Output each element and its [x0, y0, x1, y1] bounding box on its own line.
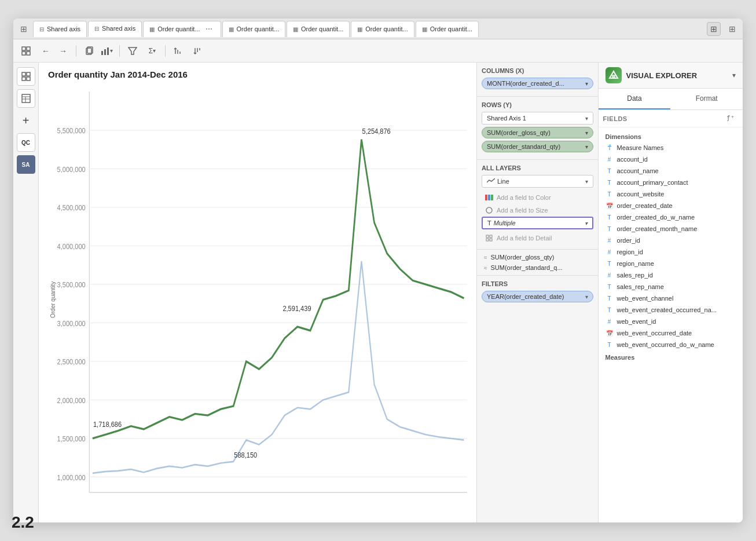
tab-right-icon[interactable]: ⊞ — [724, 21, 740, 37]
field-icon-sales-rep-id: # — [605, 271, 614, 279]
filter-pill-dropdown[interactable]: ▾ — [585, 294, 588, 300]
field-order-id[interactable]: # order_id — [599, 235, 743, 246]
measure-row-gloss[interactable]: ≈ SUM(order_gloss_qty) — [480, 252, 594, 262]
right-panels: Columns (X) MONTH(order_created_d... ▾ R… — [476, 63, 743, 522]
filter-icon[interactable] — [124, 43, 141, 59]
rows-pill-gloss-label: SUM(order_gloss_qty) — [487, 129, 551, 136]
duplicate-icon[interactable] — [81, 43, 97, 59]
ve-title: VISUAL EXPLORER — [626, 71, 728, 80]
field-account-id[interactable]: # account_id — [599, 153, 743, 165]
grid-icon[interactable] — [18, 43, 34, 59]
field-label-web-event-occurred-date: web_event_occurred_date — [617, 330, 692, 337]
field-label-web-event-created: web_event_created_occurred_na... — [617, 306, 717, 313]
ve-header: VISUAL EXPLORER ▾ — [599, 63, 743, 89]
field-sales-rep-name[interactable]: T sales_rep_name — [599, 281, 743, 293]
tab-label-6: Order quantit... — [365, 25, 408, 32]
field-label-order-id: order_id — [617, 237, 640, 244]
tab-table-icon-4: ▦ — [357, 26, 362, 32]
add-color-row[interactable]: Add a field to Color — [482, 191, 593, 204]
fields-toolbar: FIELDS ƒ+ — [599, 110, 743, 127]
tab-order-4[interactable]: ▦ Order quantit... — [351, 21, 414, 37]
tab-order-1[interactable]: ▦ Order quantit... ⋯ — [143, 21, 221, 37]
svg-rect-19 — [27, 77, 30, 81]
forward-button[interactable]: → — [55, 43, 71, 59]
svg-rect-52 — [491, 195, 493, 200]
field-label-sales-rep-name: sales_rep_name — [617, 283, 664, 290]
tab-shared-icon-1: ⊟ — [39, 26, 44, 32]
field-web-event-occurred-dow[interactable]: T web_event_occurred_do_w_name — [599, 339, 743, 350]
field-web-event-created[interactable]: T web_event_created_occurred_na... — [599, 304, 743, 316]
columns-pill[interactable]: MONTH(order_created_d... ▾ — [482, 78, 593, 89]
fx-button[interactable]: ƒ+ — [726, 114, 738, 123]
chart-type-dropdown[interactable]: ▾ — [98, 43, 115, 59]
tab-shared-axis-1[interactable]: ⊟ Shared axis — [33, 21, 87, 37]
add-size-row[interactable]: Add a field to Size — [482, 204, 593, 217]
rows-pill-gloss-dropdown[interactable]: ▾ — [585, 130, 588, 136]
field-icon-order-created-date: 📅 — [605, 202, 614, 210]
shared-axis-dropdown[interactable]: ▾ — [585, 115, 588, 122]
add-detail-row[interactable]: Add a field to Detail — [482, 232, 593, 244]
sidebar-plus-btn[interactable]: + — [17, 111, 35, 130]
add-tab-button[interactable]: ⊞ — [707, 22, 721, 36]
field-web-event-occurred-date[interactable]: 📅 web_event_occurred_date — [599, 327, 743, 339]
marks-type-dropdown[interactable]: Line ▾ — [482, 175, 593, 188]
rows-pill-standard[interactable]: SUM(order_standard_qty) ▾ — [482, 141, 593, 152]
aggregate-dropdown[interactable]: Σ ▾ — [144, 43, 160, 59]
field-account-website[interactable]: T account_website — [599, 188, 743, 200]
field-web-event-id[interactable]: # web_event_id — [599, 316, 743, 327]
svg-rect-56 — [486, 239, 489, 241]
field-account-primary-contact[interactable]: T account_primary_contact — [599, 177, 743, 188]
svg-text:5,254,876: 5,254,876 — [362, 127, 391, 136]
field-web-event-channel[interactable]: T web_event_channel — [599, 293, 743, 304]
tab-table-icon-3: ▦ — [293, 26, 298, 32]
rows-pill-standard-dropdown[interactable]: ▾ — [585, 144, 588, 150]
filter-pill[interactable]: YEAR(order_created_date) ▾ — [482, 291, 593, 302]
tab-shared-axis-2[interactable]: ⊟ Shared axis — [88, 21, 142, 37]
tab-more-1[interactable]: ⋯ — [203, 25, 215, 33]
field-sales-rep-id[interactable]: # sales_rep_id — [599, 269, 743, 281]
svg-point-53 — [486, 207, 492, 213]
field-label-web-event-id: web_event_id — [617, 318, 656, 325]
sidebar-grid-btn[interactable] — [17, 67, 35, 86]
field-order-created-date[interactable]: 📅 order_created_date — [599, 200, 743, 211]
tooltip-chevron[interactable]: ▾ — [585, 220, 588, 226]
tab-data[interactable]: Data — [599, 89, 671, 109]
tooltip-multiple-pill[interactable]: T Multiple ▾ — [482, 217, 593, 229]
field-account-name[interactable]: T account_name — [599, 165, 743, 177]
back-button[interactable]: ← — [38, 43, 54, 59]
rows-pill-gloss[interactable]: SUM(order_gloss_qty) ▾ — [482, 127, 593, 138]
sort-desc-icon[interactable] — [190, 43, 206, 59]
tab-order-5[interactable]: ▦ Order quantit... — [416, 21, 479, 37]
svg-rect-16 — [22, 72, 25, 76]
sort-asc-icon[interactable] — [170, 43, 186, 59]
svg-rect-50 — [485, 195, 487, 200]
field-icon-region-name: T — [605, 259, 614, 268]
field-order-created-month[interactable]: T order_created_month_name — [599, 223, 743, 235]
fields-label: FIELDS — [603, 115, 627, 122]
add-detail-label: Add a field to Detail — [497, 235, 552, 242]
field-region-name[interactable]: T region_name — [599, 258, 743, 269]
field-icon-order-created-month: T — [605, 225, 614, 233]
field-label-account-id: account_id — [617, 156, 648, 163]
shared-axis-row[interactable]: Shared Axis 1 ▾ — [482, 112, 593, 125]
tab-left-icon[interactable]: ⊞ — [16, 21, 32, 37]
separator-2 — [119, 45, 120, 57]
filters-section: Filters YEAR(order_created_date) ▾ — [477, 276, 598, 307]
measure-row-standard[interactable]: ≈ SUM(order_standard_q... — [480, 262, 594, 273]
tab-label-3: Order quantit... — [157, 25, 200, 32]
sidebar-table-btn[interactable] — [17, 89, 35, 108]
tab-order-3[interactable]: ▦ Order quantit... — [287, 21, 350, 37]
svg-text:2,000,000: 2,000,000 — [57, 396, 86, 405]
field-label-web-event-channel: web_event_channel — [617, 295, 674, 302]
tab-order-2[interactable]: ▦ Order quantit... — [222, 21, 285, 37]
columns-dropdown-icon[interactable]: ▾ — [585, 81, 588, 87]
sidebar-sa-btn[interactable]: SA — [17, 155, 35, 174]
measure-standard-icon: ≈ — [484, 265, 487, 271]
sidebar-qc-btn[interactable]: QC — [17, 133, 35, 152]
tab-format[interactable]: Format — [670, 89, 743, 109]
ve-chevron[interactable]: ▾ — [732, 71, 736, 79]
field-measure-names[interactable]: T̄ Measure Names — [599, 142, 743, 153]
field-region-id[interactable]: # region_id — [599, 246, 743, 258]
field-order-created-dow[interactable]: T order_created_do_w_name — [599, 211, 743, 223]
field-icon-web-event-created: T — [605, 306, 614, 314]
